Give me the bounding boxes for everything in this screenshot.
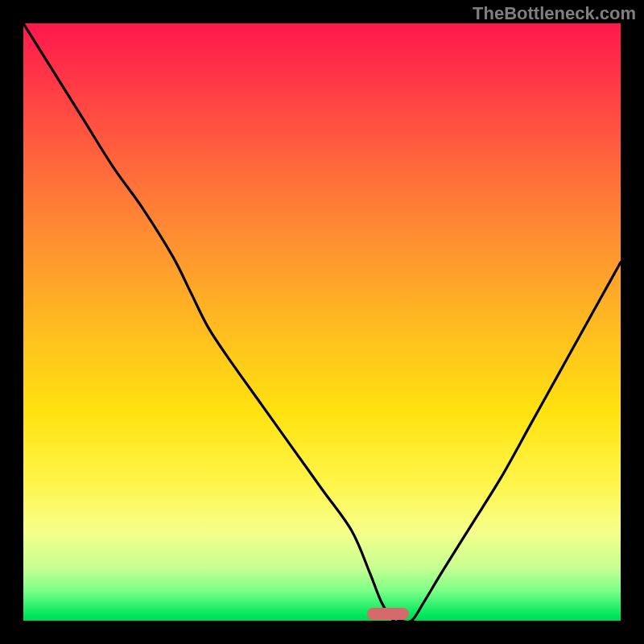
chart-container: TheBottleneck.com xyxy=(0,0,644,644)
plot-area xyxy=(23,23,621,621)
source-watermark: TheBottleneck.com xyxy=(473,3,636,24)
optimal-marker xyxy=(367,608,409,620)
bottleneck-curve xyxy=(23,23,621,621)
